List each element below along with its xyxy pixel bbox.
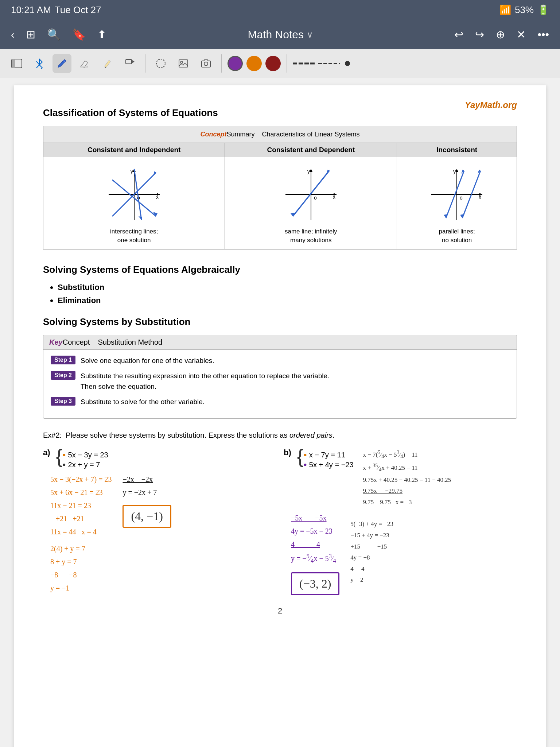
add-page-button[interactable]: ⊕ xyxy=(494,26,507,43)
substitution-title: Solving Systems by Substitution xyxy=(43,316,517,328)
watermark: YayMath.org xyxy=(465,100,517,110)
svg-point-7 xyxy=(180,61,183,63)
eq-b-2: 5x + 4y = −23 xyxy=(309,461,354,469)
classification-title: Classification of Systems of Equations xyxy=(43,107,517,119)
svg-text:o: o xyxy=(460,195,463,201)
step-2-badge: Step 2 xyxy=(51,371,75,380)
caption-parallel: parallel lines;no solution xyxy=(401,227,512,245)
title-dropdown[interactable]: ∨ xyxy=(307,30,313,40)
stroke-dot[interactable] xyxy=(344,60,355,67)
svg-point-11 xyxy=(345,61,350,66)
more-button[interactable]: ••• xyxy=(535,26,551,43)
grid-button[interactable]: ⊞ xyxy=(24,26,38,43)
camera-tool[interactable] xyxy=(197,54,215,73)
video-lasso-tool[interactable] xyxy=(120,54,139,73)
graph-cell-same-line: x y o same line; infinitelymany s xyxy=(225,157,397,249)
example-2-intro: Ex#2: Please solve these systems by subs… xyxy=(43,430,517,441)
svg-point-5 xyxy=(156,59,165,68)
stroke-thick-dash[interactable] xyxy=(293,61,315,66)
image-tool[interactable] xyxy=(174,54,193,73)
toolbar-right: ↩ ↪ ⊕ ✕ ••• xyxy=(452,26,551,43)
methods-list: Substitution Elimination xyxy=(58,283,517,305)
concept-keyword: Concept xyxy=(200,131,226,138)
algebraically-title: Solving Systems of Equations Algebraical… xyxy=(43,264,517,275)
col-header-consistent-dependent: Consistent and Dependent xyxy=(225,143,397,157)
color-purple[interactable] xyxy=(228,56,243,71)
svg-text:y: y xyxy=(131,169,133,174)
svg-marker-4 xyxy=(132,60,135,63)
color-orange[interactable] xyxy=(246,56,262,71)
svg-rect-3 xyxy=(126,59,132,64)
back-button[interactable]: ‹ xyxy=(9,26,17,43)
concept-subtitle: Characteristics of Linear Systems xyxy=(262,131,359,138)
caption-same-line: same line; infinitelymany solutions xyxy=(229,227,392,245)
pen-tool[interactable] xyxy=(52,54,71,73)
example-2-section: Ex#2: Please solve these systems by subs… xyxy=(43,430,517,596)
toolbar-separator-2 xyxy=(221,54,222,73)
stroke-thin-dash[interactable] xyxy=(318,61,340,66)
search-button[interactable]: 🔍 xyxy=(45,26,63,43)
pencil-tool[interactable] xyxy=(98,54,117,73)
step-3-row: Step 3 Substitute to solve for the other… xyxy=(51,397,509,407)
svg-marker-31 xyxy=(310,169,312,172)
toolbar-left: ‹ ⊞ 🔍 🔖 ⬆ xyxy=(9,26,109,43)
date-display: Tue Oct 27 xyxy=(55,4,101,16)
share-button[interactable]: ⬆ xyxy=(95,26,109,43)
work-b-left: −5x −5x 4y = −5x − 23 4 4 y = −5⁄4x − 53… xyxy=(291,511,339,566)
step-3-badge: Step 3 xyxy=(51,397,75,406)
key-concept-body: Step 1 Solve one equation for one of the… xyxy=(43,350,517,418)
work-a-left: 5x − 3(−2x + 7) = 23 5x + 6x − 21 = 23 1… xyxy=(50,473,112,595)
concept-summary-header: ConceptSummary Characteristics of Linear… xyxy=(43,126,517,143)
algebraically-section: Solving Systems of Equations Algebraical… xyxy=(43,264,517,305)
problem-a: a) { ● 5x − 3y = 23 ● 2x + y = 7 xyxy=(43,448,276,596)
substitution-section: Solving Systems by Substitution KeyConce… xyxy=(43,316,517,419)
battery-display: 53% xyxy=(515,4,534,16)
col-header-inconsistent: Inconsistent xyxy=(397,143,517,157)
method-elimination: Elimination xyxy=(58,296,517,305)
step-2-text: Substitute the resulting expression into… xyxy=(81,371,329,392)
time-display: 10:21 AM xyxy=(11,4,51,16)
concept-summary-table: ConceptSummary Characteristics of Linear… xyxy=(43,126,517,249)
eraser-tool[interactable] xyxy=(75,54,94,73)
step-1-row: Step 1 Solve one equation for one of the… xyxy=(51,356,509,366)
svg-point-8 xyxy=(204,62,208,66)
svg-rect-2 xyxy=(81,66,88,67)
svg-marker-42 xyxy=(455,169,458,172)
graph-cell-parallel: x y o xyxy=(397,157,517,249)
method-substitution: Substitution xyxy=(58,283,517,292)
status-bar: 10:21 AM Tue Oct 27 📶 53% 🔋 xyxy=(0,0,560,20)
bookmark-button[interactable]: 🔖 xyxy=(70,26,88,43)
svg-marker-48 xyxy=(460,214,464,218)
step-1-badge: Step 1 xyxy=(51,356,75,364)
step-1-text: Solve one equation for one of the variab… xyxy=(81,356,214,366)
work-a-side: −2x −2x y = −2x + 7 xyxy=(122,473,171,499)
classification-section: Classification of Systems of Equations C… xyxy=(43,107,517,249)
toolbar-center: Math Notes ∨ xyxy=(248,28,313,41)
step-2-row: Step 2 Substitute the resulting expressi… xyxy=(51,371,509,392)
color-darkred[interactable] xyxy=(265,56,281,71)
work-b-right-top: x − 7(5⁄4x − 53⁄4) = 11 x + 35⁄4x + 40.2… xyxy=(363,448,451,508)
graph-cell-intersecting: x y o xyxy=(43,157,225,249)
svg-text:y: y xyxy=(453,169,456,174)
answer-a: (4, −1) xyxy=(122,505,171,528)
selection-tool[interactable] xyxy=(151,54,170,73)
status-right: 📶 53% 🔋 xyxy=(499,4,549,16)
document-title: Math Notes xyxy=(248,28,304,41)
work-area: a) { ● 5x − 3y = 23 ● 2x + y = 7 xyxy=(43,448,517,596)
battery-icon: 🔋 xyxy=(537,4,549,16)
drawing-toolbar xyxy=(0,49,560,78)
sidebar-tool[interactable] xyxy=(7,54,26,73)
key-concept-header: KeyConcept Substitution Method xyxy=(43,335,517,350)
page-number: 2 xyxy=(43,606,517,616)
undo-button[interactable]: ↩ xyxy=(452,26,466,43)
redo-button[interactable]: ↪ xyxy=(473,26,486,43)
key-keyword: Key xyxy=(49,338,63,346)
eq-a-1: 5x − 3y = 23 xyxy=(68,451,108,459)
main-toolbar: ‹ ⊞ 🔍 🔖 ⬆ Math Notes ∨ ↩ ↪ ⊕ ✕ ••• xyxy=(0,20,560,49)
key-concept-subtitle: Substitution Method xyxy=(98,338,162,346)
key-concept-box: KeyConcept Substitution Method Step 1 So… xyxy=(43,335,517,419)
close-button[interactable]: ✕ xyxy=(514,26,528,43)
eq-a-2: 2x + y = 7 xyxy=(68,461,100,469)
work-b-lower-right: 5(−3) + 4y = −23 −15 + 4y = −23 +15 +15 … xyxy=(350,519,393,595)
answer-b: (−3, 2) xyxy=(291,572,339,595)
